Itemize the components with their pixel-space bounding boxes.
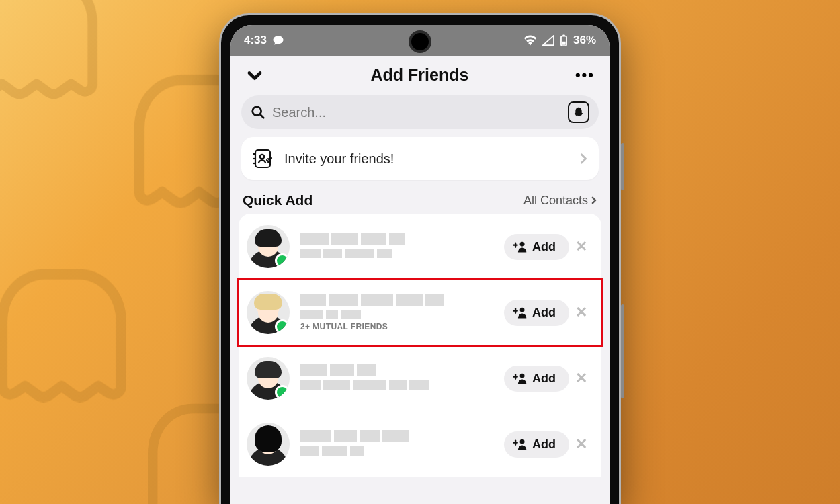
- dismiss-button[interactable]: ✕: [569, 238, 593, 255]
- section-title: Quick Add: [243, 192, 312, 208]
- svg-rect-1: [562, 34, 565, 36]
- quick-add-row: 2+ MUTUAL FRIENDSAdd✕: [239, 280, 601, 345]
- dismiss-button[interactable]: ✕: [569, 435, 593, 453]
- screen: 4:33 36% Add Friends ••• Search...: [230, 25, 610, 504]
- more-menu-icon[interactable]: •••: [575, 67, 595, 84]
- svg-point-16: [520, 374, 525, 378]
- add-button[interactable]: Add: [504, 366, 569, 392]
- presence-dot: [275, 319, 290, 334]
- avatar[interactable]: [247, 423, 290, 466]
- presence-dot: [275, 253, 290, 268]
- wifi-icon: [523, 35, 537, 46]
- phone-side-button: [621, 143, 624, 190]
- friend-meta: [300, 364, 504, 392]
- dismiss-button[interactable]: ✕: [569, 370, 593, 387]
- friend-meta: [300, 430, 504, 458]
- status-time: 4:33: [244, 34, 267, 47]
- avatar[interactable]: [247, 225, 290, 268]
- chevron-right-icon: [591, 196, 597, 205]
- chevron-down-icon[interactable]: [245, 66, 264, 85]
- friend-meta: 2+ MUTUAL FRIENDS: [300, 294, 504, 331]
- chat-icon: [272, 34, 284, 46]
- snapcode-icon[interactable]: [568, 101, 589, 123]
- contacts-book-icon: [252, 148, 274, 169]
- invite-friends-label: Invite your friends!: [284, 151, 579, 167]
- svg-rect-2: [562, 42, 565, 45]
- phone-side-button: [621, 304, 624, 398]
- status-battery: 36%: [573, 34, 596, 47]
- add-user-icon: [513, 438, 527, 450]
- quick-add-row: Add✕: [239, 411, 601, 477]
- add-button[interactable]: Add: [504, 300, 569, 326]
- quick-add-row: Add✕: [239, 214, 601, 280]
- svg-point-9: [260, 155, 264, 159]
- dismiss-button[interactable]: ✕: [569, 304, 593, 321]
- avatar[interactable]: [247, 357, 290, 400]
- battery-icon: [560, 34, 568, 46]
- mutual-friends-label: 2+ MUTUAL FRIENDS: [300, 322, 504, 331]
- add-user-icon: [513, 372, 527, 384]
- add-user-icon: [513, 306, 527, 319]
- add-user-icon: [513, 241, 527, 253]
- search-input[interactable]: Search...: [241, 95, 599, 129]
- invite-friends-card[interactable]: Invite your friends!: [241, 137, 599, 180]
- add-button[interactable]: Add: [504, 234, 569, 260]
- section-header: Quick Add All Contacts: [230, 192, 610, 214]
- svg-point-19: [520, 439, 525, 444]
- quick-add-row: Add✕: [239, 345, 601, 411]
- svg-point-10: [520, 242, 525, 247]
- page-title: Add Friends: [371, 65, 469, 85]
- friend-meta: [300, 233, 504, 261]
- all-contacts-link[interactable]: All Contacts: [523, 194, 597, 208]
- svg-point-13: [520, 308, 525, 312]
- avatar[interactable]: [247, 291, 290, 334]
- phone-frame: 4:33 36% Add Friends ••• Search...: [219, 13, 621, 504]
- nav-header: Add Friends •••: [230, 56, 610, 91]
- quick-add-list: Add✕2+ MUTUAL FRIENDSAdd✕Add✕Add✕: [239, 214, 601, 477]
- presence-dot: [275, 385, 290, 400]
- svg-line-4: [260, 114, 263, 118]
- signal-icon: [542, 35, 554, 46]
- search-icon: [251, 105, 265, 120]
- chevron-right-icon: [579, 153, 588, 165]
- search-placeholder: Search...: [272, 105, 568, 120]
- front-camera: [409, 30, 431, 53]
- add-button[interactable]: Add: [504, 431, 569, 458]
